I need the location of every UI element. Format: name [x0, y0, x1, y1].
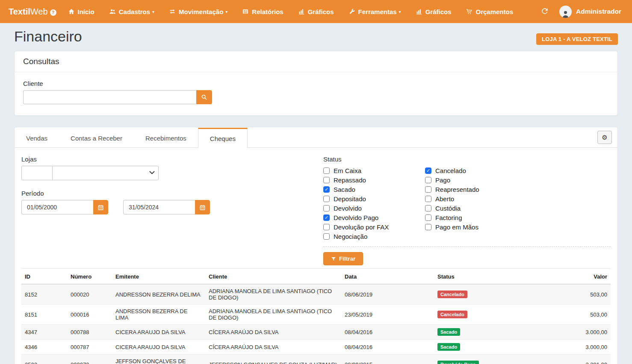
user-menu[interactable]: Administrador	[559, 6, 621, 18]
checkbox-icon[interactable]	[323, 205, 330, 211]
tab-bar: Vendas Contas a Receber Recebimentos Che…	[15, 127, 617, 148]
cell-emitente: CICERA ARAUJO DA SILVA	[112, 325, 205, 340]
calendar-icon	[199, 204, 206, 211]
checkbox-icon[interactable]	[425, 224, 431, 230]
checkbox-icon[interactable]	[425, 214, 431, 221]
cell-numero: 000788	[67, 325, 112, 340]
checkbox-icon[interactable]	[425, 167, 431, 174]
cell-emitente: JEFFSON GONÇALVES DE SOUZA	[112, 355, 205, 364]
caret-down-icon: ▾	[152, 9, 154, 14]
cell-data: 08/06/2019	[341, 284, 434, 305]
status-badge: Devolvido Pago	[437, 361, 479, 364]
cell-valor: 2.381,00	[520, 355, 611, 364]
nav-item-ferramentas[interactable]: Ferramentas ▾	[341, 0, 408, 23]
checkbox-icon[interactable]	[425, 196, 431, 202]
settings-button[interactable]: ⚙	[597, 131, 612, 144]
table-row: 3502 800070 JEFFSON GONÇALVES DE SOUZA J…	[21, 355, 611, 364]
status-checkbox-factoring[interactable]: Factoring	[425, 213, 611, 222]
nav-item-movimentacao[interactable]: Movimentação ▾	[162, 0, 235, 23]
filter-icon	[331, 256, 336, 261]
status-filter-column: Status Em Caixa Repassado Sacado Deposit…	[323, 156, 611, 265]
table-row: 4347 000788 CICERA ARAUJO DA SILVA CÍCER…	[21, 325, 611, 340]
bar-chart-icon	[298, 8, 305, 15]
status-label: Status	[323, 156, 611, 163]
help-icon[interactable]: ?	[50, 9, 56, 16]
loja-select[interactable]	[52, 166, 159, 180]
nav-item-graficos-2[interactable]: Gráficos	[408, 0, 459, 23]
periodo-label: Período	[21, 190, 323, 197]
checkbox-icon[interactable]	[425, 186, 431, 193]
cell-status: Sacado	[434, 325, 520, 340]
status-badge: Cancelado	[437, 291, 467, 298]
checkbox-icon[interactable]	[425, 205, 431, 211]
col-header-numero: Número	[67, 269, 112, 284]
tab-contas-a-receber[interactable]: Contas a Receber	[59, 127, 134, 147]
bar-chart-icon	[416, 8, 422, 15]
nav-label: Cadastros	[119, 8, 150, 15]
date-from-calendar-button[interactable]	[93, 200, 108, 214]
status-checkbox-reapresentado[interactable]: Reapresentado	[425, 185, 611, 194]
nav-item-relatorios[interactable]: Relatórios	[235, 0, 290, 23]
table-row: 8152 000020 ANDRESSON BEZERRA DELIMA ADR…	[21, 284, 611, 305]
table-header-row: ID Número Emitente Cliente Data Status V…	[21, 269, 611, 284]
status-badge: Sacado	[437, 328, 460, 336]
tab-cheques[interactable]: Cheques	[198, 128, 248, 148]
status-checkbox-depositado[interactable]: Depositado	[323, 194, 425, 203]
col-header-data: Data	[341, 269, 434, 284]
nav-item-graficos-1[interactable]: Gráficos	[291, 0, 341, 23]
user-name: Administrador	[576, 8, 621, 15]
nav-item-inicio[interactable]: Início	[61, 0, 102, 23]
periodo-row	[21, 200, 323, 214]
nav-item-cadastros[interactable]: Cadastros ▾	[102, 0, 162, 23]
status-checkbox-pago-em-maos[interactable]: Pago em Mãos	[425, 222, 611, 232]
cell-valor: 503,00	[520, 284, 611, 305]
status-badge: Sacado	[437, 343, 460, 351]
store-button[interactable]: LOJA 1 - A VELOZ TEXTIL	[536, 33, 618, 45]
status-checkbox-pago[interactable]: Pago	[425, 175, 611, 185]
status-checkbox-devolvido[interactable]: Devolvido	[323, 203, 425, 213]
col-header-cliente: Cliente	[205, 269, 341, 284]
cell-data: 23/05/2019	[341, 305, 434, 325]
checkbox-icon[interactable]	[425, 177, 431, 183]
avatar	[559, 6, 572, 18]
cart-icon	[466, 8, 473, 15]
cell-cliente: ADRIANA MANOELA DE LIMA SANTIAGO (TICO D…	[205, 284, 341, 305]
checkbox-icon[interactable]	[323, 167, 330, 174]
checkbox-icon[interactable]	[323, 214, 330, 221]
status-checkbox-cancelado[interactable]: Cancelado	[425, 166, 611, 175]
status-checkbox-devolvido-pago[interactable]: Devolvido Pago	[323, 213, 425, 222]
nav-item-orcamentos[interactable]: Orçamentos	[458, 0, 520, 23]
cell-id: 4347	[21, 325, 67, 340]
status-checkbox-repassado[interactable]: Repassado	[323, 175, 425, 185]
date-to-calendar-button[interactable]	[195, 200, 210, 214]
status-checkbox-aberto[interactable]: Aberto	[425, 194, 611, 203]
status-badge: Cancelado	[437, 311, 467, 318]
tab-recebimentos[interactable]: Recebimentos	[134, 127, 198, 147]
tab-vendas[interactable]: Vendas	[15, 127, 59, 147]
checkbox-icon[interactable]	[323, 186, 330, 193]
lojas-row	[21, 166, 323, 180]
status-checkbox-em-caixa[interactable]: Em Caixa	[323, 166, 425, 175]
status-checkbox-custodia[interactable]: Custódia	[425, 203, 611, 213]
status-checkbox-devolucao-por-fax[interactable]: Devolução por FAX	[323, 222, 425, 232]
filter-button[interactable]: Filtrar	[323, 252, 363, 265]
date-to-input[interactable]	[123, 200, 195, 214]
checkbox-icon[interactable]	[323, 177, 330, 183]
cliente-search-button[interactable]	[196, 90, 212, 104]
cliente-search-group	[23, 90, 212, 104]
cell-numero: 800070	[67, 355, 112, 364]
brand-logo[interactable]: TextilWeb ?	[9, 7, 56, 17]
cliente-input[interactable]	[23, 90, 196, 104]
exchange-icon	[169, 8, 176, 15]
status-checkbox-sacado[interactable]: Sacado	[323, 185, 425, 194]
loja-code-input[interactable]	[21, 166, 53, 180]
checkbox-icon[interactable]	[323, 224, 330, 230]
refresh-button[interactable]	[540, 7, 550, 16]
checkbox-icon[interactable]	[323, 196, 330, 202]
status-checkbox-negociacao[interactable]: Negociação	[323, 232, 425, 241]
checkbox-icon[interactable]	[323, 233, 330, 240]
col-header-status: Status	[434, 269, 520, 284]
cell-cliente: CÍCERA ARAÚJO DA SILVA	[205, 340, 341, 355]
date-from-input[interactable]	[21, 200, 93, 214]
home-icon	[68, 8, 75, 15]
